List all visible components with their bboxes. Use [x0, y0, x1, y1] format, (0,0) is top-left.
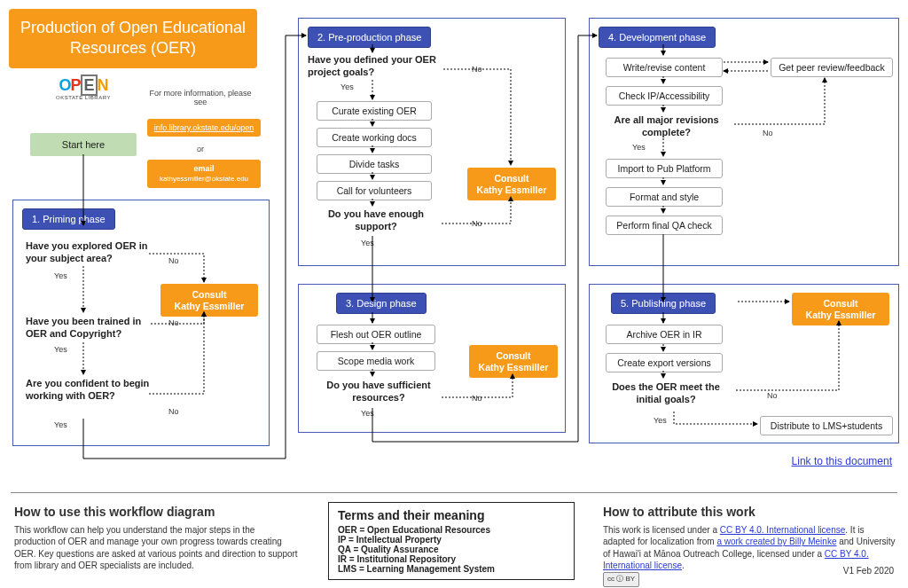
- logo-subtext: OKSTATE LIBRARY: [49, 95, 118, 100]
- phase-1-q1: Have you explored OER in your subject ar…: [26, 240, 159, 265]
- phase-2-step-divide: Divide tasks: [317, 154, 432, 174]
- phase-2-step-curate: Curate existing OER: [317, 101, 432, 121]
- logo-letter-o: O: [59, 76, 70, 94]
- phase-2-step-docs: Create working docs: [317, 128, 432, 147]
- logo-letter-e: E: [81, 74, 98, 96]
- cc-license-link-1[interactable]: CC BY 4.0. International license: [720, 525, 846, 535]
- consult-line1: Consult: [192, 289, 226, 300]
- attribution-heading: How to attribute this work: [603, 504, 896, 521]
- phase-5-header: 5. Publishing phase: [611, 293, 716, 314]
- p2-q2-no: No: [472, 219, 482, 228]
- consult-line2: Kathy Essmiller: [806, 310, 876, 320]
- phase-3-panel: 3. Design phase Flesh out OER outline Sc…: [298, 284, 566, 433]
- cc-by-badge-icon: cc ⓘ BY: [603, 572, 639, 587]
- phase-4-header: 4. Development phase: [599, 27, 716, 48]
- how-to-use-section: How to use this workflow diagram This wo…: [14, 504, 298, 572]
- phase-2-consult[interactable]: Consult Kathy Essmiller: [467, 168, 556, 200]
- p2-q1-yes: Yes: [340, 82, 354, 91]
- phase-3-consult[interactable]: Consult Kathy Essmiller: [469, 345, 558, 378]
- p1-q2-yes: Yes: [54, 345, 67, 354]
- phase-4-step-ip: Check IP/Accessibility: [606, 86, 723, 106]
- consult-line2: Kathy Essmiller: [477, 184, 547, 195]
- terms-heading: Terms and their meaning: [338, 508, 565, 522]
- p5-q1-no: No: [767, 391, 778, 400]
- phase-2-step-volunteers: Call for volunteers: [317, 181, 432, 200]
- phase-4-q1: Are all major revisions complete?: [602, 114, 731, 139]
- p1-q3-yes: Yes: [54, 420, 67, 429]
- phase-2-q1: Have you defined your OER project goals?: [308, 54, 441, 79]
- consult-line1: Consult: [494, 173, 528, 184]
- p5-q1-yes: Yes: [654, 416, 667, 425]
- phase-1-q2: Have you been trained in OER and Copyrig…: [26, 316, 163, 341]
- phase-2-q2: Do you have enough support?: [318, 208, 434, 233]
- consult-line1: Consult: [496, 350, 530, 361]
- consult-line2: Kathy Essmiller: [479, 362, 549, 372]
- title-banner: Production of Open Educational Resources…: [9, 9, 257, 68]
- p1-q2-no: No: [168, 318, 179, 327]
- phase-4-panel: 4. Development phase Write/revise conten…: [589, 18, 899, 266]
- version-label: V1 Feb 2020: [843, 566, 894, 576]
- p3-q1-no: No: [472, 394, 482, 403]
- email-box[interactable]: email kathyessmiller@okstate.edu: [147, 160, 261, 188]
- attribution-text: This work is licensed under a CC BY 4.0.…: [603, 524, 896, 572]
- logo-letter-n: N: [98, 76, 108, 94]
- phase-5-step-archive: Archive OER in IR: [606, 325, 723, 344]
- or-text: or: [197, 145, 204, 153]
- phase-1-consult[interactable]: Consult Kathy Essmiller: [160, 284, 258, 317]
- phase-4-step-format: Format and style: [606, 187, 723, 207]
- phase-4-step-qa: Perform final QA check: [606, 216, 723, 235]
- p3-q1-yes: Yes: [361, 409, 374, 418]
- phase-3-q1: Do you have sufficient resources?: [317, 380, 441, 404]
- phase-3-header: 3. Design phase: [336, 293, 427, 314]
- phase-5-step-distribute: Distribute to LMS+students: [760, 416, 893, 435]
- how-to-use-text: This workflow can help you understand th…: [14, 524, 298, 572]
- p1-q1-no: No: [168, 256, 179, 265]
- p2-q1-no: No: [472, 65, 482, 74]
- p1-q1-yes: Yes: [54, 271, 67, 280]
- email-address: kathyessmiller@okstate.edu: [160, 175, 248, 183]
- phase-5-q1: Does the OER meet the initial goals?: [604, 381, 728, 406]
- phase-1-q3: Are you confident to begin working with …: [26, 378, 159, 403]
- phase-4-step-write: Write/revise content: [606, 58, 723, 77]
- start-here-box: Start here: [30, 133, 137, 156]
- phase-3-step-outline: Flesh out OER outline: [317, 325, 435, 344]
- p4-q1-yes: Yes: [632, 143, 646, 152]
- okstate-open-logo: OPEN OKSTATE LIBRARY: [49, 76, 118, 100]
- consult-line1: Consult: [823, 298, 857, 309]
- phase-2-header: 2. Pre-production phase: [308, 27, 431, 48]
- phase-5-consult[interactable]: Consult Kathy Essmiller: [792, 293, 889, 325]
- original-work-link[interactable]: a work created by Billy Meinke: [716, 537, 836, 546]
- phase-4-step-peer: Get peer review/feedback: [771, 58, 893, 77]
- phase-1-header: 1. Priming phase: [22, 208, 115, 230]
- info-link[interactable]: info.library.okstate.edu/open: [147, 119, 261, 137]
- term-oer: OER = Open Educational Resources: [338, 525, 490, 535]
- term-ir: IR = Institutional Repository: [338, 554, 456, 564]
- how-to-use-heading: How to use this workflow diagram: [14, 504, 298, 521]
- p2-q2-yes: Yes: [361, 239, 374, 247]
- email-label: email: [153, 164, 255, 174]
- p1-q3-no: No: [168, 407, 179, 416]
- phase-5-panel: 5. Publishing phase Archive OER in IR Cr…: [589, 284, 899, 443]
- footer-divider: [11, 492, 897, 493]
- phase-3-step-scope: Scope media work: [317, 351, 435, 371]
- logo-letter-p: P: [70, 76, 80, 94]
- info-text: For more information, please see: [147, 89, 254, 106]
- phase-1-panel: 1. Priming phase Have you explored OER i…: [12, 200, 270, 446]
- link-to-document[interactable]: Link to this document: [792, 455, 892, 467]
- p4-q1-no: No: [763, 129, 773, 137]
- term-ip: IP = Intellectual Property: [338, 535, 442, 545]
- consult-line2: Kathy Essmiller: [175, 301, 245, 311]
- phase-4-step-import: Import to Pub Platform: [606, 159, 723, 178]
- terms-section: Terms and their meaning OER = Open Educa…: [328, 502, 575, 580]
- phase-2-panel: 2. Pre-production phase Have you defined…: [298, 18, 566, 266]
- term-qa: QA = Quality Assurance: [338, 545, 438, 554]
- term-lms: LMS = Learning Management System: [338, 564, 495, 574]
- phase-5-step-export: Create export versions: [606, 353, 723, 372]
